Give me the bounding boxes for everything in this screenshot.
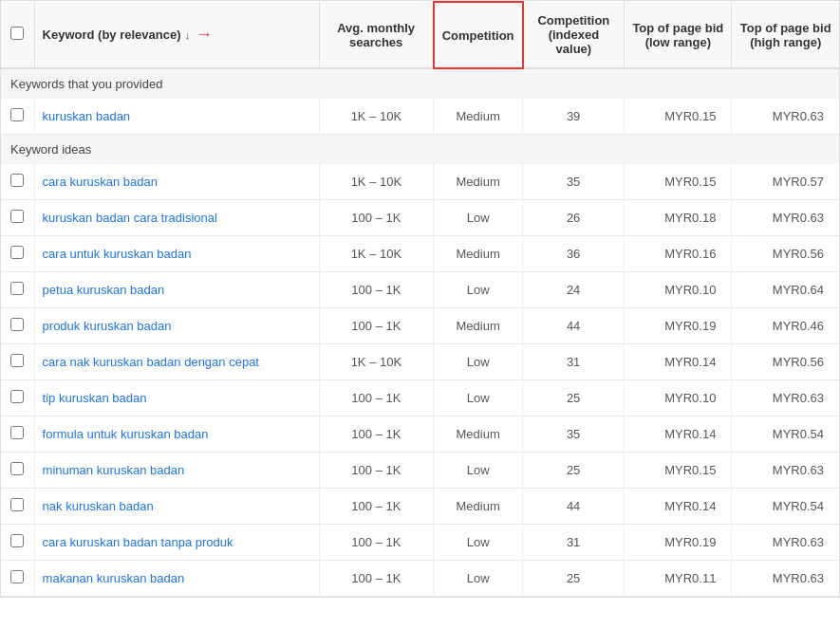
table-row: kuruskan badan 1K – 10K Medium 39 MYR0.1… <box>1 99 839 135</box>
keyword-text: cara kuruskan badan tanpa produk <box>43 535 233 549</box>
competition-index-cell: 25 <box>523 453 625 489</box>
keyword-text: produk kuruskan badan <box>43 319 172 333</box>
bid-high-cell: MYR0.46 <box>732 308 839 344</box>
avg-searches-column-header[interactable]: Avg. monthly searches <box>319 2 434 68</box>
row-checkbox[interactable] <box>10 462 24 475</box>
row-checkbox[interactable] <box>10 246 24 259</box>
bid-low-cell: MYR0.15 <box>625 99 732 135</box>
select-all-checkbox[interactable] <box>10 27 24 40</box>
row-checkbox[interactable] <box>10 354 24 367</box>
keyword-text: makanan kuruskan badan <box>43 571 185 585</box>
top-bid-high-label: Top of page bid (high range) <box>740 21 831 49</box>
bid-low-cell: MYR0.19 <box>625 525 732 561</box>
bid-high-cell: MYR0.54 <box>732 489 839 525</box>
keyword-text: nak kuruskan badan <box>43 499 154 513</box>
keyword-cell: minuman kuruskan badan <box>34 453 319 489</box>
competition-cell: Medium <box>434 99 523 135</box>
bid-high-cell: MYR0.63 <box>732 380 839 416</box>
row-checkbox[interactable] <box>10 174 24 187</box>
top-bid-high-column-header[interactable]: Top of page bid (high range) <box>732 2 839 68</box>
row-checkbox[interactable] <box>10 390 24 403</box>
competition-index-cell: 31 <box>523 525 625 561</box>
avg-searches-cell: 1K – 10K <box>319 99 434 135</box>
section-title: Keyword ideas <box>1 135 839 165</box>
competition-index-cell: 26 <box>523 200 625 236</box>
avg-searches-cell: 100 – 1K <box>319 416 434 453</box>
row-checkbox-cell <box>1 453 34 489</box>
row-checkbox[interactable] <box>10 318 24 331</box>
table-row: makanan kuruskan badan 100 – 1K Low 25 M… <box>1 561 839 597</box>
avg-searches-cell: 1K – 10K <box>319 236 434 272</box>
row-checkbox-cell <box>1 164 34 200</box>
avg-searches-cell: 100 – 1K <box>319 272 434 308</box>
row-checkbox-cell <box>1 416 34 453</box>
keyword-text: kuruskan badan cara tradisional <box>43 211 217 225</box>
bid-low-cell: MYR0.18 <box>625 200 732 236</box>
keyword-cell: cara kuruskan badan <box>34 164 319 200</box>
keyword-cell: makanan kuruskan badan <box>34 561 319 597</box>
row-checkbox-cell <box>1 308 34 344</box>
competition-index-cell: 36 <box>523 236 625 272</box>
bid-high-cell: MYR0.63 <box>732 99 839 135</box>
keyword-cell: nak kuruskan badan <box>34 489 319 525</box>
competition-cell: Medium <box>434 308 523 344</box>
avg-searches-cell: 1K – 10K <box>319 344 434 380</box>
row-checkbox-cell <box>1 236 34 272</box>
row-checkbox[interactable] <box>10 534 24 547</box>
competition-label: Competition <box>442 28 514 43</box>
row-checkbox[interactable] <box>10 282 24 295</box>
competition-cell: Medium <box>434 489 523 525</box>
row-checkbox-cell <box>1 489 34 525</box>
row-checkbox-cell <box>1 272 34 308</box>
row-checkbox[interactable] <box>10 108 24 121</box>
bid-low-cell: MYR0.10 <box>625 380 732 416</box>
table-row: tip kuruskan badan 100 – 1K Low 25 MYR0.… <box>1 380 839 416</box>
table-row: cara nak kuruskan badan dengan cepat 1K … <box>1 344 839 380</box>
competition-index-label: Competition (indexed value) <box>537 13 609 56</box>
avg-searches-cell: 100 – 1K <box>319 489 434 525</box>
keyword-planner-table: Keyword (by relevance) ↓ → Avg. monthly … <box>0 0 840 598</box>
keyword-text: cara kuruskan badan <box>43 175 158 189</box>
competition-cell: Medium <box>434 416 523 453</box>
row-checkbox[interactable] <box>10 498 24 511</box>
competition-index-column-header[interactable]: Competition (indexed value) <box>523 2 625 68</box>
bid-high-cell: MYR0.64 <box>732 272 839 308</box>
select-all-header <box>1 2 34 68</box>
section-header-row: Keywords that you provided <box>1 68 839 99</box>
bid-low-cell: MYR0.16 <box>625 236 732 272</box>
keyword-text: cara untuk kuruskan badan <box>43 247 192 261</box>
row-checkbox[interactable] <box>10 570 24 583</box>
keyword-cell: kuruskan badan <box>34 99 319 135</box>
competition-index-cell: 35 <box>523 416 625 453</box>
avg-searches-cell: 100 – 1K <box>319 380 434 416</box>
table-row: formula untuk kuruskan badan 100 – 1K Me… <box>1 416 839 453</box>
keyword-column-header[interactable]: Keyword (by relevance) ↓ → <box>34 2 319 68</box>
row-checkbox[interactable] <box>10 210 24 223</box>
top-bid-low-column-header[interactable]: Top of page bid (low range) <box>625 2 732 68</box>
bid-high-cell: MYR0.63 <box>732 200 839 236</box>
row-checkbox-cell <box>1 525 34 561</box>
avg-searches-label: Avg. monthly searches <box>337 21 415 49</box>
bid-low-cell: MYR0.14 <box>625 416 732 453</box>
table-row: cara kuruskan badan 1K – 10K Medium 35 M… <box>1 164 839 200</box>
sort-icon: ↓ <box>185 29 191 41</box>
competition-index-cell: 31 <box>523 344 625 380</box>
row-checkbox[interactable] <box>10 426 24 439</box>
bid-low-cell: MYR0.19 <box>625 308 732 344</box>
bid-low-cell: MYR0.14 <box>625 489 732 525</box>
competition-index-cell: 39 <box>523 99 625 135</box>
keyword-cell: tip kuruskan badan <box>34 380 319 416</box>
competition-cell: Low <box>434 380 523 416</box>
bid-high-cell: MYR0.56 <box>732 236 839 272</box>
keyword-text: tip kuruskan badan <box>43 391 147 405</box>
bid-low-cell: MYR0.11 <box>625 561 732 597</box>
avg-searches-cell: 100 – 1K <box>319 525 434 561</box>
top-bid-low-label: Top of page bid (low range) <box>632 21 723 49</box>
keyword-cell: cara kuruskan badan tanpa produk <box>34 525 319 561</box>
bid-high-cell: MYR0.63 <box>732 453 839 489</box>
competition-cell: Low <box>434 453 523 489</box>
competition-index-cell: 24 <box>523 272 625 308</box>
competition-column-header[interactable]: Competition <box>434 2 523 68</box>
competition-cell: Medium <box>434 236 523 272</box>
bid-low-cell: MYR0.15 <box>625 164 732 200</box>
